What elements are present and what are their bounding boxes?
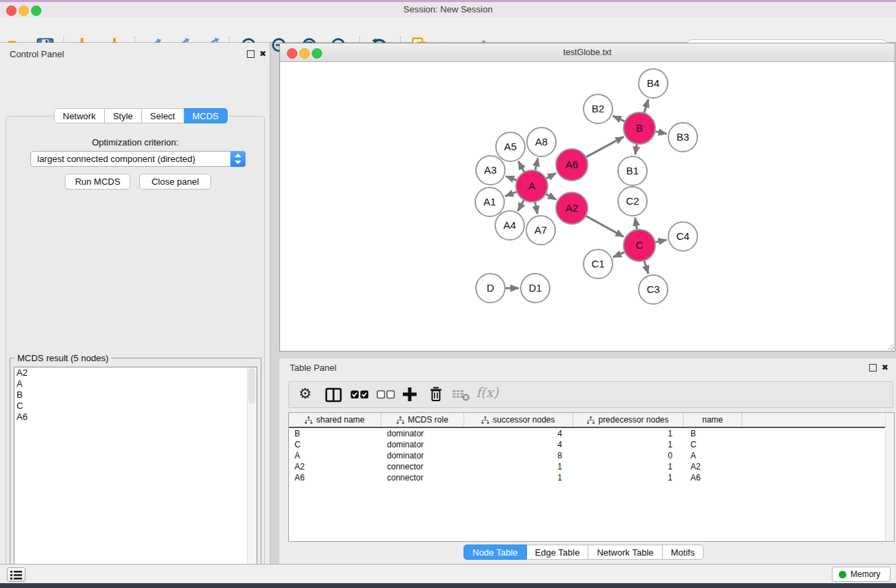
deselect-all-icon[interactable] — [377, 389, 395, 403]
table-row-a6[interactable]: A6connector11A6 — [289, 472, 894, 483]
table-row-c[interactable]: Cdominator41C — [289, 439, 894, 450]
close-table-panel-icon[interactable]: ✖ — [882, 363, 888, 372]
tab-node-table[interactable]: Node Table — [464, 545, 527, 560]
graph-edge-C-C4[interactable] — [655, 240, 667, 243]
table-cell[interactable]: 1 — [573, 461, 684, 472]
select-all-icon[interactable] — [350, 389, 369, 403]
graph-node-label: A — [528, 180, 535, 192]
column-header-mcds-role[interactable]: MCDS role — [381, 413, 464, 427]
tab-motifs[interactable]: Motifs — [663, 545, 704, 560]
table-cell[interactable]: A2 — [684, 461, 742, 472]
add-column-icon[interactable] — [401, 386, 418, 405]
delete-column-icon[interactable] — [428, 386, 444, 405]
table-cell[interactable]: B — [289, 428, 381, 439]
graph-edge-A2-C[interactable] — [586, 216, 624, 236]
graph-edge-C-C3[interactable] — [644, 261, 648, 274]
graph-edge-A6-B[interactable] — [586, 136, 624, 157]
memory-label: Memory — [850, 569, 880, 579]
delete-table-icon[interactable] — [452, 389, 470, 405]
graph-edge-A-A3[interactable] — [506, 176, 517, 181]
table-cell[interactable]: connector — [381, 461, 464, 472]
column-label: predecessor nodes — [598, 415, 668, 425]
optimization-criterion-dropdown[interactable]: largest connected component (directed) — [30, 151, 246, 167]
graph-edge-B-B3[interactable] — [655, 132, 667, 134]
table-cell[interactable]: C — [289, 439, 381, 450]
table-cell[interactable]: dominator — [381, 439, 464, 450]
column-header-name[interactable]: name — [684, 413, 742, 427]
mcds-result-item[interactable]: C — [14, 401, 257, 412]
graph-edge-A-A6[interactable] — [546, 173, 556, 179]
table-cell[interactable]: A — [289, 450, 381, 461]
mcds-result-item[interactable]: B — [14, 389, 257, 401]
graph-edge-A-A8[interactable] — [535, 158, 538, 170]
control-panel-title: Control Panel — [10, 49, 64, 59]
table-cell[interactable] — [742, 461, 894, 472]
table-panel-tabs: Node TableEdge TableNetwork TableMotifs — [464, 545, 704, 560]
table-row-a2[interactable]: A2connector11A2 — [289, 461, 894, 472]
table-cell[interactable]: 1 — [573, 439, 684, 450]
table-cell[interactable]: connector — [381, 472, 464, 483]
float-table-panel-icon[interactable] — [869, 364, 877, 372]
function-builder-icon[interactable]: f(x) — [476, 385, 499, 400]
table-scrollbar[interactable] — [885, 413, 894, 541]
mcds-result-item[interactable]: A — [14, 378, 257, 389]
table-cell[interactable]: 1 — [573, 472, 684, 483]
table-cell[interactable]: B — [684, 428, 742, 439]
tab-edge-table[interactable]: Edge Table — [527, 545, 589, 560]
network-window-titlebar[interactable]: testGlobe.txt — [280, 43, 895, 62]
graph-edge-B-B1[interactable] — [635, 144, 637, 155]
table-cell[interactable]: 4 — [464, 439, 573, 450]
table-row-b[interactable]: Bdominator41B — [289, 428, 894, 439]
mcds-result-item[interactable]: A6 — [14, 412, 257, 423]
table-cell[interactable] — [742, 450, 894, 461]
graph-edge-C-C1[interactable] — [613, 252, 625, 257]
graph-edge-A-A7[interactable] — [535, 202, 538, 214]
table-cell[interactable]: 0 — [573, 450, 684, 461]
table-cell[interactable]: C — [684, 439, 742, 450]
memory-button[interactable]: Memory — [832, 567, 890, 582]
graph-edge-A-A4[interactable] — [518, 200, 524, 211]
table-cell[interactable] — [742, 439, 894, 450]
table-row-a[interactable]: Adominator80A — [289, 450, 894, 461]
tab-style[interactable]: Style — [105, 108, 142, 123]
table-cell[interactable]: A2 — [289, 461, 381, 472]
run-mcds-button[interactable]: Run MCDS — [65, 174, 130, 190]
table-cell[interactable]: A6 — [289, 472, 381, 483]
column-header-predecessor-nodes[interactable]: predecessor nodes — [573, 413, 684, 427]
close-panel-icon[interactable]: ✖ — [259, 50, 266, 58]
scrollbar[interactable] — [247, 367, 257, 587]
graph-edge-A-A1[interactable] — [505, 192, 517, 196]
show-columns-icon[interactable] — [325, 387, 343, 406]
column-header-shared-name[interactable]: shared name — [289, 413, 381, 427]
table-cell[interactable]: dominator — [381, 450, 464, 461]
graph-edge-A-A5[interactable] — [518, 161, 524, 172]
graph-node-label: A4 — [504, 219, 516, 231]
tab-network[interactable]: Network — [54, 108, 105, 123]
graph-edge-A-A2[interactable] — [546, 194, 556, 199]
network-canvas[interactable]: B4B2BB3A5A8A6B1A3AA1C2A2A4A7C4CC1C3DD1 — [280, 62, 895, 351]
table-cell[interactable] — [742, 428, 894, 439]
mcds-result-item[interactable]: A2 — [14, 367, 257, 378]
table-cell[interactable]: A6 — [684, 472, 742, 483]
table-options-icon[interactable]: ⚙ — [299, 385, 312, 402]
table-cell[interactable]: 4 — [464, 428, 573, 439]
graph-edge-B-B4[interactable] — [644, 99, 648, 113]
table-cell[interactable]: 1 — [573, 428, 684, 439]
table-body: Bdominator41BCdominator41CAdominator80AA… — [289, 428, 894, 483]
table-cell[interactable]: A — [684, 450, 742, 461]
float-panel-icon[interactable] — [247, 50, 255, 58]
column-header-successor-nodes[interactable]: successor nodes — [464, 413, 573, 427]
table-cell[interactable]: 1 — [464, 461, 573, 472]
tab-network-table[interactable]: Network Table — [588, 545, 662, 560]
table-cell[interactable] — [742, 472, 894, 483]
graph-edge-C-C2[interactable] — [635, 218, 637, 230]
table-cell[interactable]: 8 — [464, 450, 573, 461]
table-cell[interactable]: dominator — [381, 428, 464, 439]
show-panels-button[interactable] — [7, 567, 26, 582]
tab-select[interactable]: Select — [142, 108, 184, 123]
tab-mcds[interactable]: MCDS — [184, 108, 228, 123]
table-cell[interactable]: 1 — [464, 472, 573, 483]
resize-grip[interactable] — [886, 343, 894, 350]
close-panel-button[interactable]: Close panel — [139, 174, 211, 190]
graph-edge-B-B2[interactable] — [613, 116, 625, 121]
